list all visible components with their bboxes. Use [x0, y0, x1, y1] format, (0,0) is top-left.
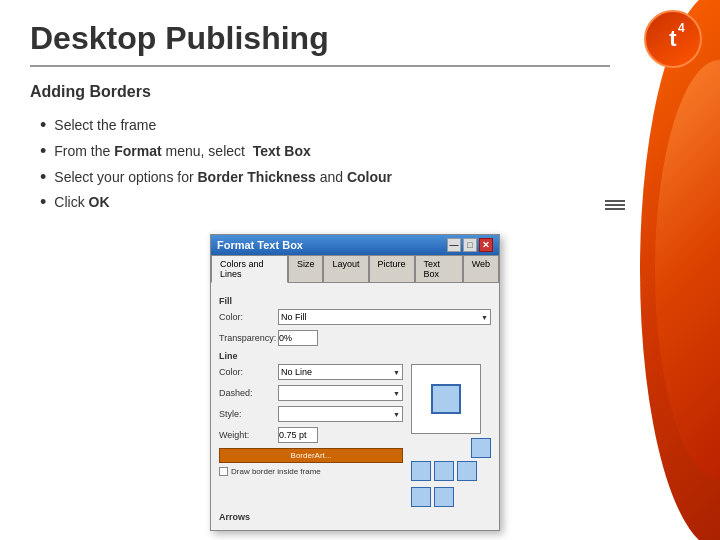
line-color-select[interactable]: No Line ▼ — [278, 364, 403, 380]
bullet-text: Select your options for Border Thickness… — [54, 168, 392, 188]
tab-picture[interactable]: Picture — [369, 255, 415, 282]
dialog-titlebar: Format Text Box — □ ✕ — [211, 235, 499, 255]
tab-colors-lines[interactable]: Colors and Lines — [211, 255, 288, 283]
list-item: • Select the frame — [40, 113, 690, 139]
tab-layout[interactable]: Layout — [323, 255, 368, 282]
transparency-input[interactable] — [278, 330, 318, 346]
style-label: Style: — [219, 409, 274, 419]
main-content: Desktop Publishing Adding Borders • Sele… — [0, 0, 720, 540]
transparency-row: Transparency: — [219, 330, 491, 346]
logo-text: t4 — [669, 28, 676, 50]
scroll-line — [605, 208, 625, 210]
dashes-label: Dashed: — [219, 388, 274, 398]
tab-size[interactable]: Size — [288, 255, 324, 282]
fill-color-row: Color: No Fill ▼ — [219, 309, 491, 325]
preview-btn-row2 — [411, 487, 491, 507]
preview-btn-3[interactable] — [434, 461, 454, 481]
bullet-icon: • — [40, 193, 46, 213]
bullet-text: Select the frame — [54, 116, 156, 136]
logo: t4 — [644, 10, 702, 68]
chevron-down-icon: ▼ — [481, 314, 488, 321]
bullet-text: From the Format menu, select Text Box — [54, 142, 311, 162]
preview-btn-6[interactable] — [434, 487, 454, 507]
dialog-body: Fill Color: No Fill ▼ Transparency: Line — [211, 283, 499, 530]
scroll-indicator — [605, 200, 625, 210]
maximize-button[interactable]: □ — [463, 238, 477, 252]
bullet-text: Click OK — [54, 193, 109, 213]
preview-btn-2[interactable] — [411, 461, 431, 481]
list-item: • From the Format menu, select Text Box — [40, 139, 690, 165]
dialog-title: Format Text Box — [217, 239, 303, 251]
bullet-list: • Select the frame • From the Format men… — [30, 113, 690, 216]
weight-label: Weight: — [219, 430, 274, 440]
draw-border-checkbox[interactable] — [219, 467, 228, 476]
style-row: Style: ▼ — [219, 406, 403, 422]
tab-web[interactable]: Web — [463, 255, 499, 282]
line-color-label: Color: — [219, 367, 274, 377]
list-item: • Click OK — [40, 190, 690, 216]
transparency-label: Transparency: — [219, 333, 274, 343]
minimize-button[interactable]: — — [447, 238, 461, 252]
page-container: t4 Desktop Publishing Adding Borders • S… — [0, 0, 720, 540]
page-title: Desktop Publishing — [30, 20, 610, 67]
fill-color-label: Color: — [219, 312, 274, 322]
preview-inner — [431, 384, 461, 414]
scroll-line — [605, 204, 625, 206]
format-text-box-dialog: Format Text Box — □ ✕ — [210, 234, 500, 531]
preview-btn-5[interactable] — [411, 487, 431, 507]
preview-buttons — [411, 438, 491, 507]
arrows-section-label: Arrows — [219, 512, 491, 522]
chevron-down-icon: ▼ — [393, 390, 400, 397]
close-button[interactable]: ✕ — [479, 238, 493, 252]
fill-color-select[interactable]: No Fill ▼ — [278, 309, 491, 325]
weight-input[interactable] — [278, 427, 318, 443]
dashes-row: Dashed: ▼ — [219, 385, 403, 401]
chevron-down-icon: ▼ — [393, 369, 400, 376]
tab-textbox[interactable]: Text Box — [415, 255, 463, 282]
bullet-icon: • — [40, 142, 46, 162]
section-heading: Adding Borders — [30, 83, 690, 101]
line-left-col: Color: No Line ▼ Dashed: ▼ — [219, 364, 403, 507]
weight-row: Weight: — [219, 427, 403, 443]
line-columns: Color: No Line ▼ Dashed: ▼ — [219, 364, 491, 507]
preview-section — [411, 364, 491, 507]
preview-btn-row — [411, 461, 491, 481]
dialog-screenshot: Format Text Box — □ ✕ — [210, 234, 690, 531]
bullet-icon: • — [40, 168, 46, 188]
dashes-select[interactable]: ▼ — [278, 385, 403, 401]
dialog-tabs: Colors and Lines Size Layout Picture Tex… — [211, 255, 499, 283]
scroll-line — [605, 200, 625, 202]
preview-btn-4[interactable] — [457, 461, 477, 481]
draw-border-label: Draw border inside frame — [231, 467, 321, 476]
list-item: • Select your options for Border Thickne… — [40, 165, 690, 191]
draw-border-row: Draw border inside frame — [219, 467, 403, 476]
preview-btn-1[interactable] — [471, 438, 491, 458]
line-section-label: Line — [219, 351, 491, 361]
style-select[interactable]: ▼ — [278, 406, 403, 422]
fill-section-label: Fill — [219, 296, 491, 306]
bullet-icon: • — [40, 116, 46, 136]
preview-box — [411, 364, 481, 434]
border-art-button[interactable]: BorderArt... — [219, 448, 403, 463]
chevron-down-icon: ▼ — [393, 411, 400, 418]
line-color-row: Color: No Line ▼ — [219, 364, 403, 380]
titlebar-buttons: — □ ✕ — [447, 238, 493, 252]
